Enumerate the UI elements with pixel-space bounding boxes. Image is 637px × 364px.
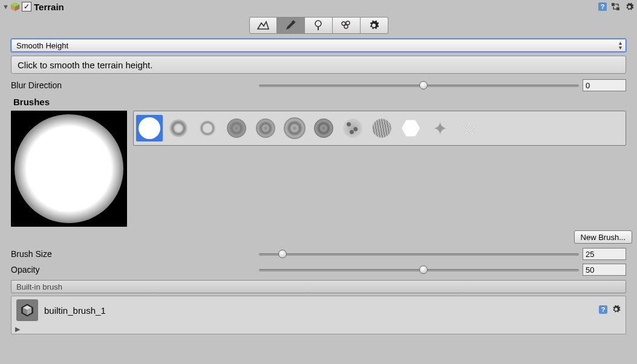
brush-status-label: Built-in brush: [11, 280, 626, 293]
blur-direction-row: Blur Direction 0: [0, 77, 637, 93]
brush-swatch-noise-1[interactable]: [223, 115, 250, 141]
terrain-tool-tabs: [0, 13, 637, 39]
new-brush-button[interactable]: New Brush...: [574, 230, 632, 244]
asset-name: builtin_brush_1: [44, 305, 598, 316]
tab-trees[interactable]: [305, 17, 333, 34]
brush-swatch-spots[interactable]: [339, 115, 366, 141]
brush-size-label: Brush Size: [11, 249, 259, 259]
brush-swatch-ring-2[interactable]: [194, 115, 221, 141]
brush-swatch-soft-circle[interactable]: [136, 115, 163, 141]
slider-handle[interactable]: [419, 265, 428, 274]
component-header: ▼ ✓ Terrain ?: [0, 0, 637, 13]
terrain-cube-icon: [10, 1, 21, 12]
svg-rect-5: [612, 3, 615, 6]
slider-handle[interactable]: [278, 250, 287, 258]
tab-settings[interactable]: [361, 17, 388, 34]
help-icon[interactable]: ?: [598, 305, 608, 316]
brush-size-row: Brush Size 25: [0, 246, 637, 262]
brush-swatch-ring-1[interactable]: [165, 115, 192, 141]
tool-help-text: Click to smooth the terrain height.: [11, 56, 626, 74]
blur-direction-label: Blur Direction: [11, 80, 259, 90]
svg-text:?: ?: [601, 306, 606, 313]
tool-mode-dropdown[interactable]: Smooth Height ▴▾: [11, 39, 626, 52]
gear-icon[interactable]: [624, 1, 635, 12]
brush-preview: [11, 111, 127, 227]
brush-swatch-star-fill[interactable]: ✦: [426, 115, 453, 141]
component-title: Terrain: [34, 2, 597, 12]
unity-logo-icon: [16, 299, 38, 321]
svg-rect-6: [616, 7, 619, 10]
tab-raise-lower[interactable]: [249, 17, 277, 34]
brush-swatch-hexagon[interactable]: [397, 115, 424, 141]
help-icon[interactable]: ?: [597, 1, 608, 12]
opacity-label: Opacity: [11, 265, 259, 275]
asset-footer: builtin_brush_1 ? ▶: [11, 296, 626, 334]
blur-direction-field[interactable]: 0: [583, 79, 626, 91]
tab-paint-brush[interactable]: [277, 17, 305, 34]
svg-point-12: [344, 25, 348, 28]
enable-checkbox[interactable]: ✓: [22, 2, 31, 11]
opacity-row: Opacity 50: [0, 262, 637, 278]
brush-size-field[interactable]: 25: [583, 248, 626, 260]
brush-swatch-noise-3[interactable]: [281, 115, 308, 141]
brush-swatch-stripes[interactable]: [368, 115, 395, 141]
svg-point-11: [346, 21, 350, 25]
asset-foldout-icon[interactable]: ▶: [11, 324, 626, 334]
foldout-arrow-icon[interactable]: ▼: [2, 3, 10, 10]
brush-size-slider[interactable]: [259, 250, 579, 258]
tool-mode-value: Smooth Height: [16, 41, 68, 50]
tab-details[interactable]: [333, 17, 361, 34]
brush-swatch-noise-4[interactable]: [310, 115, 337, 141]
gear-icon[interactable]: [612, 305, 621, 316]
slider-handle[interactable]: [419, 81, 428, 89]
preset-icon[interactable]: [610, 1, 621, 12]
opacity-slider[interactable]: [259, 265, 579, 274]
blur-direction-slider[interactable]: [259, 81, 579, 89]
brushes-section-title: Brushes: [0, 93, 637, 111]
brush-swatch-star-outline[interactable]: ☆: [456, 115, 482, 141]
svg-point-8: [315, 21, 321, 27]
dropdown-arrows-icon: ▴▾: [619, 41, 622, 50]
opacity-field[interactable]: 50: [583, 264, 626, 276]
brush-swatch-noise-2[interactable]: [252, 115, 279, 141]
brush-gallery: ✦ ☆: [133, 111, 626, 146]
svg-text:?: ?: [601, 3, 605, 10]
